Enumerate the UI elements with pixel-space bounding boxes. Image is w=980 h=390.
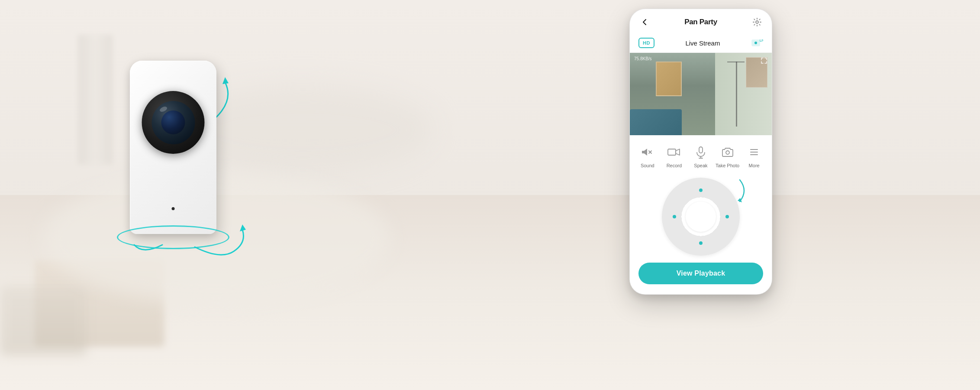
sound-button[interactable]: Sound: [635, 144, 659, 168]
pan-center: [686, 202, 716, 232]
view-playback-button[interactable]: View Playback: [638, 263, 763, 284]
phone-header: Pan Party: [630, 9, 772, 33]
camera-lens-glare: [159, 105, 168, 113]
svg-marker-1: [240, 224, 246, 231]
camera-lens-housing: [142, 91, 205, 154]
back-button[interactable]: [638, 16, 651, 28]
svg-point-12: [726, 151, 729, 154]
svg-text:LIVE: LIVE: [760, 39, 763, 42]
svg-rect-8: [668, 149, 676, 155]
control-buttons-row: Sound Record: [630, 135, 772, 173]
pan-dot-right: [725, 215, 729, 218]
tab-bar: HD Live Stream LIVE: [630, 33, 772, 53]
svg-marker-0: [222, 77, 229, 84]
video-feed: 75.8KB/s: [630, 53, 772, 135]
controls-area: Sound Record: [630, 135, 772, 294]
more-button[interactable]: More: [742, 144, 766, 168]
pan-dot-bottom: [699, 241, 703, 245]
sound-label: Sound: [641, 163, 654, 168]
video-couch: [630, 109, 682, 135]
pan-control-wheel[interactable]: [662, 178, 740, 256]
camera-pan-ring: [117, 225, 229, 249]
record-icon: [666, 144, 682, 160]
camera-scene: [43, 26, 372, 373]
pan-dot-top: [699, 188, 703, 192]
camera-lens-core: [161, 110, 185, 134]
take-photo-button[interactable]: Take Photo: [716, 144, 739, 168]
camera-indicator-dot: [172, 207, 175, 210]
camera-lens: [152, 101, 195, 144]
live-icon: LIVE: [751, 37, 763, 49]
svg-rect-9: [699, 147, 703, 153]
microphone-icon: [693, 144, 709, 160]
svg-point-4: [754, 42, 757, 44]
camera-body: [130, 61, 216, 234]
live-stream-tab[interactable]: Live Stream: [660, 39, 746, 47]
settings-button[interactable]: [751, 16, 763, 28]
camera-title: Pan Party: [684, 18, 717, 26]
svg-marker-16: [738, 198, 742, 202]
take-photo-label: Take Photo: [716, 163, 739, 168]
phone-screen: Pan Party HD Live Stream LIVE: [630, 9, 772, 294]
fullscreen-button[interactable]: [760, 56, 768, 65]
record-button[interactable]: Record: [662, 144, 686, 168]
video-music-stand: [736, 62, 737, 127]
sound-icon: [639, 144, 656, 160]
speak-button[interactable]: Speak: [689, 144, 712, 168]
more-icon: [746, 144, 762, 160]
more-label: More: [749, 163, 760, 168]
record-label: Record: [667, 163, 682, 168]
speak-label: Speak: [694, 163, 707, 168]
pan-dot-left: [673, 215, 676, 218]
phone-mockup: Pan Party HD Live Stream LIVE: [629, 9, 772, 295]
hd-badge[interactable]: HD: [638, 38, 654, 48]
bandwidth-indicator: 75.8KB/s: [634, 56, 652, 61]
camera-icon: [719, 144, 736, 160]
video-frame-art: [656, 62, 682, 96]
svg-point-2: [756, 21, 758, 23]
